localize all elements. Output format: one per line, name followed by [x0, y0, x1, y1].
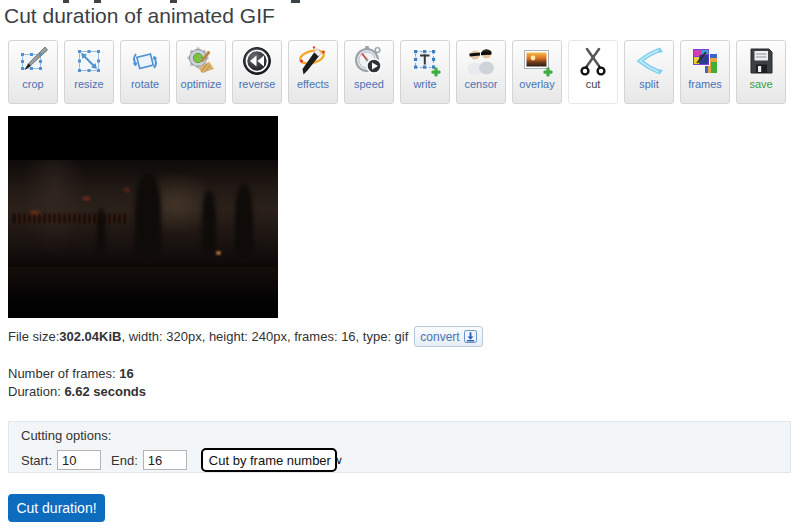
toolbar-label: rotate	[131, 78, 159, 90]
cutting-options-heading: Cutting options:	[21, 428, 111, 443]
toolbar-button-speed[interactable]: speed	[344, 40, 394, 104]
file-info-line: File size: 302.04KiB, width: 320px, heig…	[8, 326, 483, 347]
duration-label: Duration:	[8, 384, 64, 399]
start-input[interactable]	[57, 450, 101, 470]
letterbox-bottom	[8, 267, 278, 318]
file-size-label: File size:	[8, 329, 59, 344]
page: Cut duration of animated GIF crop	[0, 0, 800, 528]
save-icon	[745, 45, 777, 77]
censor-icon	[465, 45, 497, 77]
gif-frame-scene	[8, 160, 278, 267]
toolbar-label: effects	[297, 78, 329, 90]
toolbar-label: cut	[586, 78, 601, 90]
toolbar-label: reverse	[239, 78, 276, 90]
toolbar-button-overlay[interactable]: overlay	[512, 40, 562, 104]
toolbar-label: save	[749, 78, 772, 90]
toolbar-button-optimize[interactable]: optimize	[176, 40, 226, 104]
figure-silhouette	[202, 190, 216, 254]
frames-count-label: Number of frames:	[8, 366, 119, 381]
convert-button[interactable]: convert	[414, 326, 482, 347]
clipped-text-artifact	[291, 0, 300, 3]
toolbar-button-save[interactable]: save	[736, 40, 786, 104]
toolbar-label: resize	[74, 78, 103, 90]
frames-count-line: Number of frames: 16	[8, 366, 134, 381]
file-info-rest: , width: 320px, height: 240px, frames: 1…	[121, 329, 408, 344]
toolbar-button-effects[interactable]: effects	[288, 40, 338, 104]
duration-line: Duration: 6.62 seconds	[8, 384, 146, 399]
write-icon	[409, 45, 441, 77]
cut-mode-value: Cut by frame number	[209, 453, 331, 468]
split-icon	[633, 45, 665, 77]
gif-preview	[8, 116, 278, 318]
toolbar-label: overlay	[519, 78, 554, 90]
toolbar-button-reverse[interactable]: reverse	[232, 40, 282, 104]
download-icon	[464, 330, 477, 343]
cut-mode-select[interactable]: Cut by frame number ∨	[201, 448, 337, 472]
reverse-icon	[241, 45, 273, 77]
clipped-text-artifact	[94, 0, 101, 3]
convert-label: convert	[420, 330, 459, 344]
cutting-options-panel: Cutting options: Start: End: Cut by fram…	[8, 421, 791, 473]
speed-icon	[353, 45, 385, 77]
battle-crowd	[13, 214, 126, 223]
toolbar-button-frames[interactable]: frames	[680, 40, 730, 104]
effects-icon	[297, 45, 329, 77]
frames-icon	[689, 45, 721, 77]
toolbar-button-split[interactable]: split	[624, 40, 674, 104]
cut-duration-button[interactable]: Cut duration!	[8, 494, 105, 522]
toolbar-button-crop[interactable]: crop	[8, 40, 58, 104]
cut-icon	[577, 45, 609, 77]
end-label: End:	[111, 453, 138, 468]
figure-silhouette	[135, 173, 161, 259]
cutting-options-row: Start: End: Cut by frame number ∨	[21, 448, 337, 472]
toolbar-button-write[interactable]: write	[400, 40, 450, 104]
ember-glow	[216, 251, 221, 255]
toolbar-label: write	[413, 78, 436, 90]
toolbar-label: optimize	[181, 78, 222, 90]
start-label: Start:	[21, 453, 52, 468]
end-input[interactable]	[143, 450, 187, 470]
toolbar-label: crop	[22, 78, 43, 90]
figure-silhouette	[97, 208, 105, 252]
overlay-icon	[521, 45, 553, 77]
file-size-value: 302.04KiB	[59, 329, 121, 344]
toolbar: crop resize	[8, 40, 786, 104]
clipped-text-artifact	[63, 0, 69, 3]
rotate-icon	[129, 45, 161, 77]
toolbar-button-rotate[interactable]: rotate	[120, 40, 170, 104]
toolbar-button-censor[interactable]: censor	[456, 40, 506, 104]
toolbar-label: censor	[464, 78, 497, 90]
toolbar-label: frames	[688, 78, 722, 90]
toolbar-label: split	[639, 78, 659, 90]
chevron-down-icon: ∨	[335, 454, 343, 467]
optimize-icon	[185, 45, 217, 77]
resize-icon	[73, 45, 105, 77]
page-title: Cut duration of animated GIF	[4, 4, 275, 28]
figure-silhouette	[235, 184, 253, 258]
toolbar-button-resize[interactable]: resize	[64, 40, 114, 104]
toolbar-label: speed	[354, 78, 384, 90]
duration-value: 6.62 seconds	[64, 384, 146, 399]
toolbar-button-cut[interactable]: cut	[568, 40, 618, 104]
clipped-text-artifact	[170, 0, 177, 3]
crop-icon	[17, 45, 49, 77]
frames-count-value: 16	[119, 366, 133, 381]
